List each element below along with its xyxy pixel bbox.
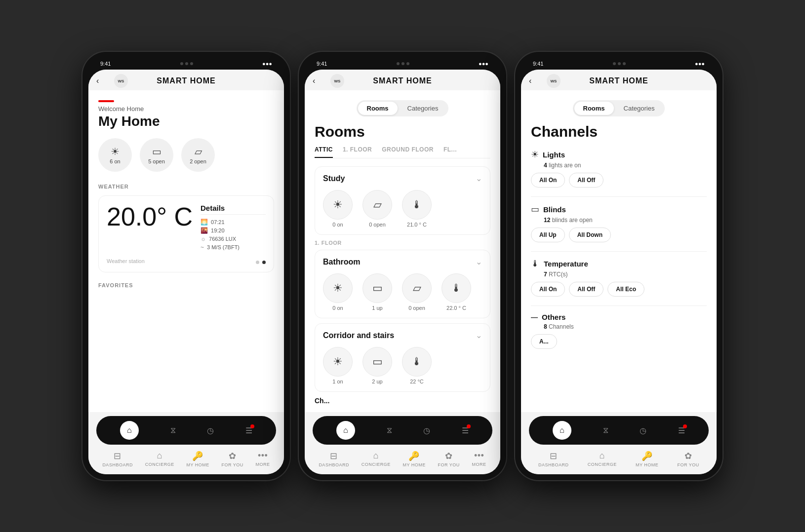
- temp-all-eco[interactable]: All Eco: [607, 282, 644, 297]
- others-btn[interactable]: A...: [531, 334, 557, 349]
- myhome-icon-3: 🔑: [642, 451, 653, 461]
- tab-foryou-2[interactable]: ✿ FOR YOU: [438, 451, 460, 467]
- floor-tab-ground[interactable]: GROUND FLOOR: [382, 146, 434, 158]
- corridor-blinds-label: 2 up: [372, 379, 382, 384]
- tab-myhome-3[interactable]: 🔑 MY HOME: [636, 451, 658, 467]
- weather-footer: Weather station: [107, 256, 266, 264]
- stat-doors[interactable]: ▱ 2 open: [181, 138, 215, 172]
- screen-content-1: Welcome Home My Home ☀ 6 on ▭ 5 open ▱ 2…: [88, 90, 284, 412]
- bath-blinds[interactable]: ▭ 1 up: [362, 273, 392, 311]
- stat-lights[interactable]: ☀ 6 on: [98, 138, 132, 172]
- weather-details-title[interactable]: Details: [201, 204, 266, 215]
- temp-channel-icon: 🌡: [531, 259, 540, 269]
- study-temp[interactable]: 🌡 21.0 ° C: [402, 190, 432, 228]
- blinds-channel-name: Blinds: [543, 205, 566, 214]
- study-doors[interactable]: ▱ 0 open: [362, 190, 392, 228]
- floor-tab-attic[interactable]: ATTIC: [315, 146, 333, 158]
- lights-value: 6 on: [110, 158, 120, 164]
- study-lights-circle: ☀: [323, 190, 353, 220]
- blinds-all-down[interactable]: All Down: [569, 228, 611, 242]
- lights-all-on[interactable]: All On: [531, 173, 565, 188]
- quick-stats: ☀ 6 on ▭ 5 open ▱ 2 open: [98, 138, 274, 172]
- home-nav-btn-2[interactable]: ⌂: [336, 421, 355, 440]
- floor-tab-fl[interactable]: FL...: [443, 146, 457, 158]
- channel-blinds-header: ▭ Blinds: [531, 204, 707, 215]
- rooms-tab[interactable]: Rooms: [358, 102, 398, 115]
- floor-tab-1[interactable]: 1. FLOOR: [343, 146, 372, 158]
- tab-concierge-1[interactable]: ⌂ CONCIERGE: [145, 451, 174, 467]
- bottom-nav-1: ⌂ ⧖ ◷ ☰ ⊟ DASHBOARD ⌂ CONCIERGE 🔑: [88, 412, 284, 474]
- tab-more-2[interactable]: ••• MORE: [472, 451, 486, 467]
- corridor-lights[interactable]: ☀ 1 on: [323, 347, 353, 384]
- ch-label: Ch...: [315, 397, 490, 405]
- back-button-1[interactable]: ‹ WS: [96, 76, 99, 85]
- categories-tab-3[interactable]: Categories: [615, 102, 664, 115]
- tab-myhome-1[interactable]: 🔑 MY HOME: [186, 451, 209, 467]
- others-channel-name: Others: [542, 313, 565, 321]
- blinds-all-up[interactable]: All Up: [531, 228, 565, 242]
- back-button-2[interactable]: ‹ WS: [313, 76, 315, 85]
- weather-temp: 20.0° C: [107, 204, 193, 229]
- rooms-tab-3[interactable]: Rooms: [574, 102, 614, 115]
- sliders-nav-icon-3[interactable]: ⧖: [603, 426, 608, 435]
- room-bathroom-chevron[interactable]: ⌄: [476, 257, 482, 266]
- weather-main: 20.0° C Details 🌅 07:21 🌇 19:20 ☼: [107, 204, 266, 252]
- room-study-header: Study ⌄: [323, 174, 482, 183]
- doors-value: 2 open: [190, 158, 206, 164]
- temp-all-off[interactable]: All Off: [569, 282, 604, 297]
- screen-2: ‹ WS SMART HOME Rooms Categories Rooms A…: [305, 70, 500, 474]
- app-title-1: SMART HOME: [157, 76, 215, 85]
- corridor-temp[interactable]: 🌡 22 °C: [402, 347, 432, 384]
- study-lights[interactable]: ☀ 0 on: [323, 190, 353, 228]
- bath-doors[interactable]: ▱ 0 open: [402, 273, 432, 311]
- app-title-2: SMART HOME: [373, 76, 432, 85]
- sunrise-value: 07:21: [211, 219, 225, 225]
- bottom-tabs-1: ⊟ DASHBOARD ⌂ CONCIERGE 🔑 MY HOME ✿ FOR …: [96, 449, 276, 470]
- logo-badge-1: WS: [114, 74, 128, 88]
- tab-concierge-3[interactable]: ⌂ CONCIERGE: [588, 451, 617, 467]
- myhome-icon-2: 🔑: [408, 451, 420, 461]
- notch-dots-1: [180, 62, 193, 65]
- sliders-nav-icon[interactable]: ⧖: [170, 426, 176, 435]
- room-bathroom-header: Bathroom ⌄: [323, 257, 482, 266]
- home-nav-btn-3[interactable]: ⌂: [553, 421, 571, 440]
- tab-concierge-2[interactable]: ⌂ CONCIERGE: [362, 451, 391, 467]
- tab-dashboard-3[interactable]: ⊟ DASHBOARD: [538, 451, 569, 467]
- bath-lights[interactable]: ☀ 0 on: [323, 273, 353, 311]
- menu-nav-icon-2[interactable]: ☰: [462, 425, 469, 436]
- menu-nav-icon[interactable]: ☰: [245, 425, 252, 436]
- favorites-label: FAVORITES: [98, 282, 274, 288]
- sliders-nav-icon-2[interactable]: ⧖: [387, 426, 392, 435]
- notification-dot-3: [683, 424, 687, 428]
- room-corridor-chevron[interactable]: ⌄: [476, 331, 482, 340]
- tab-myhome-2[interactable]: 🔑 MY HOME: [402, 451, 425, 467]
- lights-all-off[interactable]: All Off: [569, 173, 604, 188]
- menu-nav-icon-3[interactable]: ☰: [678, 425, 685, 436]
- tab-foryou-3[interactable]: ✿ FOR YOU: [678, 451, 699, 467]
- bath-temp-label: 22.0 ° C: [446, 305, 466, 311]
- tab-more-1[interactable]: ••• MORE: [256, 451, 270, 467]
- tab-foryou-1[interactable]: ✿ FOR YOU: [222, 451, 243, 467]
- temp-all-on[interactable]: All On: [531, 282, 565, 297]
- home-nav-btn[interactable]: ⌂: [120, 421, 139, 440]
- back-button-3[interactable]: ‹ WS: [529, 76, 531, 85]
- clock-nav-icon-3[interactable]: ◷: [640, 426, 646, 435]
- room-corridor-header: Corridor and stairs ⌄: [323, 331, 482, 340]
- notch-dots-2: [397, 62, 409, 65]
- logo-badge-2: WS: [330, 74, 344, 88]
- study-doors-label: 0 open: [369, 222, 386, 228]
- bath-temp[interactable]: 🌡 22.0 ° C: [442, 273, 471, 311]
- categories-tab[interactable]: Categories: [399, 102, 447, 115]
- stat-blinds[interactable]: ▭ 5 open: [140, 138, 173, 172]
- study-temp-circle: 🌡: [402, 190, 432, 220]
- lights-channel-icon: ☀: [531, 149, 539, 160]
- corridor-blinds[interactable]: ▭ 2 up: [362, 347, 392, 384]
- clock-nav-icon-2[interactable]: ◷: [423, 426, 430, 435]
- tab-dashboard-2[interactable]: ⊟ DASHBOARD: [319, 451, 349, 467]
- channel-others: — Others 8 Channels A...: [531, 313, 707, 349]
- clock-nav-icon[interactable]: ◷: [207, 426, 214, 435]
- room-study-chevron[interactable]: ⌄: [476, 174, 482, 183]
- tab-dashboard-1[interactable]: ⊟ DASHBOARD: [102, 451, 133, 467]
- status-icons-2: ●●●: [479, 61, 488, 67]
- bath-lights-label: 0 on: [332, 305, 343, 311]
